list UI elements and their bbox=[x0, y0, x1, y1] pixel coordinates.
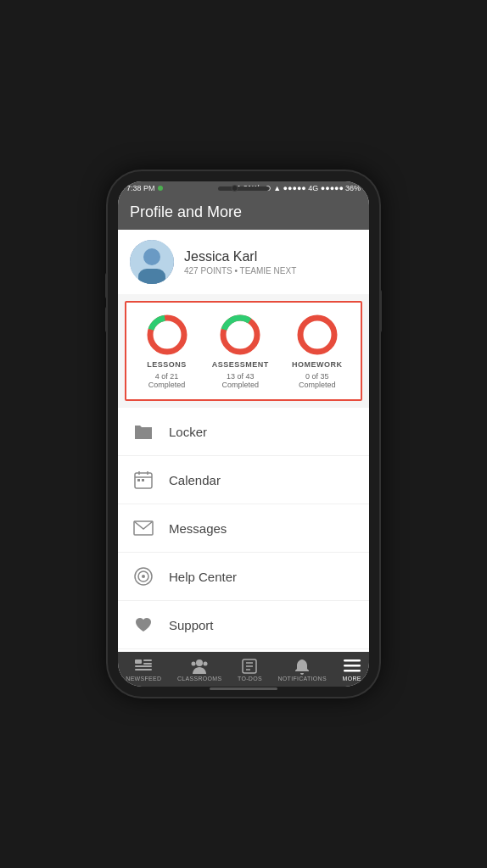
svg-rect-24 bbox=[143, 663, 152, 665]
stats-section: LESSONS 4 of 21Completed ASSESSMENT 13 o… bbox=[125, 301, 362, 401]
svg-rect-36 bbox=[344, 670, 361, 672]
notifications-icon bbox=[293, 659, 311, 674]
page-header: Profile and More bbox=[118, 195, 369, 230]
svg-point-27 bbox=[196, 659, 203, 666]
more-icon bbox=[343, 659, 361, 674]
lessons-count: 4 of 21Completed bbox=[148, 372, 186, 389]
svg-point-6 bbox=[156, 324, 178, 346]
front-camera bbox=[232, 185, 238, 192]
nav-todos[interactable]: TO-DOS bbox=[232, 657, 267, 683]
nav-notifications[interactable]: NOTIFICATIONS bbox=[272, 657, 331, 683]
help-icon bbox=[132, 565, 155, 588]
menu-item-messages[interactable]: Messages bbox=[118, 504, 369, 553]
svg-rect-23 bbox=[143, 659, 152, 661]
newsfeed-icon bbox=[134, 659, 153, 674]
helpcenter-label: Help Center bbox=[169, 570, 237, 584]
more-nav-label: MORE bbox=[343, 676, 361, 682]
classrooms-nav-label: CLASSROOMS bbox=[177, 676, 221, 682]
locker-label: Locker bbox=[169, 425, 207, 439]
svg-point-9 bbox=[229, 324, 251, 346]
svg-rect-35 bbox=[344, 665, 361, 667]
messages-label: Messages bbox=[169, 521, 227, 536]
stat-lessons[interactable]: LESSONS 4 of 21Completed bbox=[145, 313, 189, 389]
calendar-icon bbox=[132, 468, 155, 492]
svg-point-28 bbox=[192, 662, 196, 666]
power-button bbox=[379, 290, 382, 332]
status-signal: ⊙ ▲ ●●●●● 4G ●●●●● bbox=[265, 184, 344, 192]
status-time: 7:38 PM bbox=[126, 184, 155, 192]
profile-name: Jessica Karl bbox=[184, 249, 296, 264]
notifications-nav-label: NOTIFICATIONS bbox=[277, 676, 326, 682]
page-title: Profile and More bbox=[130, 203, 242, 220]
homework-count: 0 of 35Completed bbox=[299, 372, 336, 389]
nav-more[interactable]: MORE bbox=[338, 657, 367, 683]
newsfeed-nav-label: NEWSFEED bbox=[126, 676, 161, 682]
volume-up-button bbox=[105, 273, 108, 298]
volume-down-button bbox=[105, 307, 108, 332]
svg-point-29 bbox=[204, 662, 208, 666]
lessons-donut bbox=[145, 313, 189, 357]
nav-classrooms[interactable]: CLASSROOMS bbox=[172, 657, 227, 683]
heart-icon bbox=[132, 613, 155, 637]
phone-frame: 7:38 PM 1.21K/s ⊙ ▲ ●●●●● 4G ●●●●● 36% P… bbox=[108, 171, 379, 697]
bottom-nav: NEWSFEED CLASSROOMS bbox=[118, 652, 369, 687]
profile-info: Jessica Karl 427 POINTS • TEAMIE NEXT bbox=[184, 249, 296, 275]
assessment-count: 13 of 43Completed bbox=[221, 372, 259, 389]
homework-label: HOMEWORK bbox=[292, 360, 343, 369]
svg-point-21 bbox=[142, 575, 145, 578]
menu-item-helpcenter[interactable]: Help Center bbox=[118, 553, 369, 601]
svg-rect-25 bbox=[135, 665, 152, 667]
phone-screen: 7:38 PM 1.21K/s ⊙ ▲ ●●●●● 4G ●●●●● 36% P… bbox=[118, 181, 369, 687]
stat-homework[interactable]: HOMEWORK 0 of 35Completed bbox=[292, 313, 343, 389]
status-battery: 36% bbox=[345, 184, 361, 192]
lessons-label: LESSONS bbox=[147, 360, 187, 369]
menu-item-support[interactable]: Support bbox=[118, 601, 369, 649]
svg-rect-34 bbox=[344, 659, 361, 662]
svg-rect-16 bbox=[137, 479, 140, 481]
mail-icon bbox=[132, 516, 155, 540]
todos-icon bbox=[240, 659, 259, 674]
profile-sub: 427 POINTS • TEAMIE NEXT bbox=[184, 266, 296, 275]
support-label: Support bbox=[169, 618, 214, 632]
avatar-image bbox=[130, 240, 174, 284]
svg-rect-22 bbox=[135, 659, 142, 664]
todos-nav-label: TO-DOS bbox=[238, 676, 262, 682]
svg-rect-26 bbox=[135, 669, 152, 670]
status-left: 7:38 PM bbox=[126, 184, 163, 192]
svg-rect-3 bbox=[138, 269, 165, 284]
status-indicator bbox=[158, 186, 163, 191]
assessment-label: ASSESSMENT bbox=[212, 360, 269, 369]
menu-item-calendar[interactable]: Calendar bbox=[118, 456, 369, 504]
menu-item-locker[interactable]: Locker bbox=[118, 408, 369, 456]
calendar-label: Calendar bbox=[169, 473, 221, 487]
folder-icon bbox=[132, 420, 155, 443]
svg-rect-17 bbox=[142, 479, 144, 481]
avatar[interactable] bbox=[130, 240, 174, 284]
earpiece bbox=[218, 186, 269, 191]
nav-newsfeed[interactable]: NEWSFEED bbox=[120, 657, 166, 683]
home-indicator bbox=[210, 687, 277, 690]
stat-assessment[interactable]: ASSESSMENT 13 of 43Completed bbox=[212, 313, 269, 389]
homework-donut bbox=[295, 313, 339, 357]
classrooms-icon bbox=[190, 659, 209, 674]
svg-point-1 bbox=[143, 248, 160, 265]
svg-point-11 bbox=[306, 324, 328, 346]
menu-section: Locker Calendar bbox=[118, 408, 369, 652]
assessment-donut bbox=[218, 313, 262, 357]
profile-section: Jessica Karl 427 POINTS • TEAMIE NEXT bbox=[118, 230, 369, 294]
